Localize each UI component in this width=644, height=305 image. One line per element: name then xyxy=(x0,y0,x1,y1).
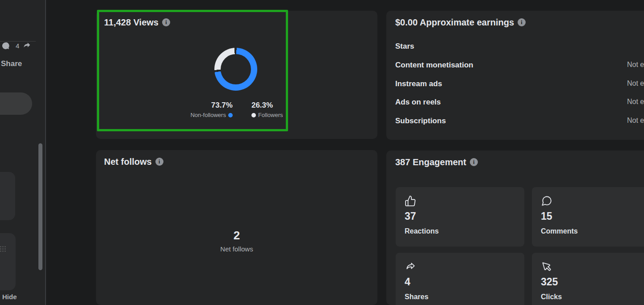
hide-button[interactable]: Hide xyxy=(2,293,17,301)
earnings-value: Not elig xyxy=(627,61,644,69)
clicks-tile: 325 Clicks xyxy=(532,253,644,305)
comments-label: Comments xyxy=(541,227,578,235)
earnings-value: Not elig xyxy=(627,98,644,106)
earnings-title-text: $0.00 Approximate earnings xyxy=(395,17,514,28)
legend-value: 73.7% xyxy=(190,101,232,110)
partial-emoji-icon xyxy=(0,246,6,253)
donut-legend: 73.7% Non-followers 26.3% Followers xyxy=(96,101,377,118)
earnings-row-content-monetisation: Content monetisation Not elig xyxy=(395,61,644,70)
earnings-row-instream-ads: Instream ads Not elig xyxy=(395,79,644,88)
thumbs-up-icon xyxy=(405,195,416,207)
shares-count: 4 xyxy=(405,276,410,288)
views-card: 11,428 Views 73.7% Non-followers 26.3% F… xyxy=(96,11,377,139)
earnings-value: Not elig xyxy=(627,79,644,88)
earnings-card: $0.00 Approximate earnings Stars $ Conte… xyxy=(386,11,644,140)
comments-count: 15 xyxy=(541,210,552,222)
shares-tile: 4 Shares xyxy=(396,253,524,305)
pointer-click-icon xyxy=(541,261,552,272)
views-title-text: 11,428 Views xyxy=(104,17,159,28)
net-follows-card: Net follows 2 Net follows xyxy=(96,150,377,305)
earnings-row-ads-on-reels: Ads on reels Not elig xyxy=(395,98,644,107)
info-icon[interactable] xyxy=(162,18,170,26)
white-dot-icon xyxy=(251,113,256,117)
blue-dot-icon xyxy=(228,113,233,117)
legend-item-non-followers: 73.7% Non-followers xyxy=(190,101,232,118)
views-donut-chart xyxy=(214,48,257,91)
sidebar-panel-item xyxy=(0,233,16,290)
earnings-value: Not elig xyxy=(627,117,644,125)
post-sidebar: 4 Share Hide xyxy=(0,0,46,305)
earnings-row-stars: Stars $ xyxy=(395,42,644,51)
sidebar-scrollbar[interactable] xyxy=(38,143,42,270)
share-button[interactable]: Share xyxy=(1,59,22,68)
comment-bubble-icon xyxy=(1,42,10,50)
legend-label: Followers xyxy=(251,112,283,118)
clicks-label: Clicks xyxy=(541,293,562,301)
legend-item-followers: 26.3% Followers xyxy=(251,101,283,118)
info-icon[interactable] xyxy=(155,158,163,166)
clicks-count: 325 xyxy=(541,276,558,288)
legend-label: Non-followers xyxy=(190,112,232,118)
share-arrow-icon xyxy=(22,41,32,50)
share-count: 4 xyxy=(16,42,19,50)
info-icon[interactable] xyxy=(470,158,478,166)
earnings-card-title: $0.00 Approximate earnings xyxy=(395,17,526,28)
engagement-card: 387 Engagement 37 Reactions 15 Comments … xyxy=(386,150,644,305)
engagement-title-text: 387 Engagement xyxy=(395,157,466,167)
views-card-title: 11,428 Views xyxy=(104,17,170,28)
comment-icon xyxy=(541,195,552,207)
share-icon xyxy=(405,261,416,272)
comment-input-pill[interactable] xyxy=(0,92,32,115)
earnings-row-subscriptions: Subscriptions Not elig xyxy=(395,117,644,125)
net-follows-value: 2 xyxy=(96,229,377,242)
info-icon[interactable] xyxy=(518,18,526,26)
net-follows-title-text: Net follows xyxy=(104,156,152,167)
net-follows-card-title: Net follows xyxy=(104,156,163,167)
reactions-tile: 37 Reactions xyxy=(396,187,524,247)
reactions-label: Reactions xyxy=(405,227,439,235)
legend-value: 26.3% xyxy=(251,101,283,110)
sidebar-panel-item xyxy=(0,172,15,220)
shares-label: Shares xyxy=(405,293,428,301)
net-follows-label: Net follows xyxy=(96,245,377,253)
reactions-count: 37 xyxy=(405,210,416,222)
engagement-card-title: 387 Engagement xyxy=(395,157,478,167)
net-follows-metric: 2 Net follows xyxy=(96,229,377,253)
comments-tile: 15 Comments xyxy=(532,187,644,247)
insights-screen: 4 Share Hide 11,428 Views 73.7% Non-foll… xyxy=(0,0,644,305)
